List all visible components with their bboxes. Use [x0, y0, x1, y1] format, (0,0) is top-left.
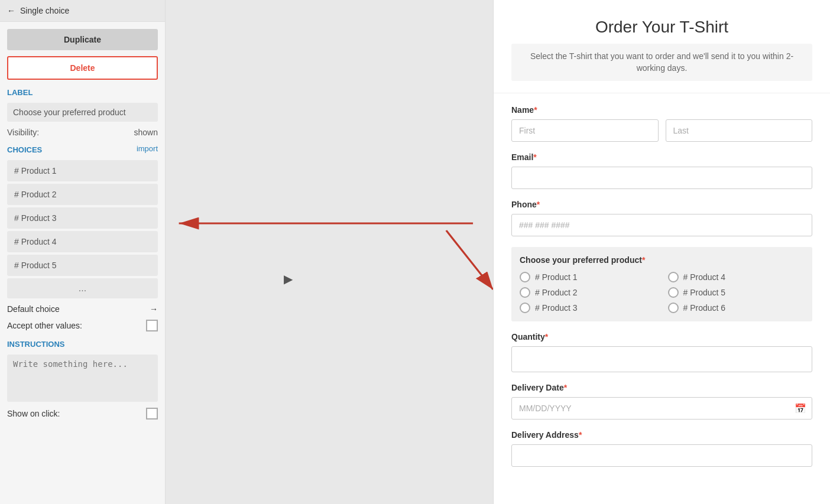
- duplicate-button[interactable]: Duplicate: [7, 29, 158, 50]
- date-input-wrapper: 📅: [511, 397, 812, 420]
- phone-required: *: [537, 200, 540, 209]
- name-field: Name*: [511, 105, 812, 142]
- choice-item-3[interactable]: # Product 3: [7, 207, 158, 229]
- product-radio-grid: # Product 1 # Product 4 # Product 2 # Pr…: [520, 272, 804, 313]
- choices-header: CHOICES import: [7, 143, 158, 154]
- choice-item-2[interactable]: # Product 2: [7, 184, 158, 205]
- choice-item-5[interactable]: # Product 5: [7, 255, 158, 276]
- svg-line-3: [446, 230, 493, 290]
- email-required: *: [533, 152, 536, 162]
- label-section-heading: LABEL: [7, 88, 158, 97]
- email-input[interactable]: [511, 167, 812, 189]
- radio-product-2[interactable]: # Product 2: [520, 287, 656, 298]
- delivery-address-input[interactable]: [511, 444, 812, 467]
- email-label: Email*: [511, 152, 812, 162]
- email-field: Email*: [511, 152, 812, 189]
- delivery-address-field: Delivery Address*: [511, 430, 812, 467]
- radio-product-3[interactable]: # Product 3: [520, 303, 656, 313]
- show-on-click-row: Show on click:: [7, 408, 158, 420]
- radio-product-4[interactable]: # Product 4: [668, 272, 805, 282]
- radio-circle-1: [520, 272, 530, 282]
- delivery-date-input[interactable]: [511, 397, 812, 420]
- radio-circle-5: [668, 287, 679, 298]
- quantity-input[interactable]: [511, 346, 812, 372]
- calendar-icon: 📅: [795, 403, 806, 414]
- middle-area: ▶: [166, 0, 493, 504]
- phone-input[interactable]: [511, 214, 812, 236]
- back-label: Single choice: [20, 6, 69, 15]
- quantity-label: Quantity*: [511, 332, 812, 342]
- form-header: Order Your T-Shirt Select the T-shirt th…: [494, 0, 830, 93]
- more-choices-button[interactable]: ...: [7, 278, 158, 298]
- phone-field: Phone*: [511, 200, 812, 236]
- delivery-address-required: *: [579, 430, 582, 440]
- name-required: *: [534, 105, 537, 115]
- radio-product-1[interactable]: # Product 1: [520, 272, 656, 282]
- quantity-field: Quantity*: [511, 332, 812, 372]
- radio-product-6[interactable]: # Product 6: [668, 303, 805, 313]
- radio-circle-2: [520, 287, 530, 298]
- radio-label-6: # Product 6: [683, 303, 726, 313]
- accept-other-label: Accept other values:: [7, 321, 82, 330]
- accept-other-checkbox[interactable]: [146, 320, 158, 331]
- show-on-click-checkbox[interactable]: [146, 408, 158, 420]
- phone-label: Phone*: [511, 200, 812, 209]
- radio-label-3: # Product 3: [535, 303, 578, 313]
- name-row: [511, 119, 812, 142]
- name-label: Name*: [511, 105, 812, 115]
- radio-label-5: # Product 5: [683, 288, 726, 297]
- choices-list: # Product 1 # Product 2 # Product 3 # Pr…: [7, 160, 158, 298]
- right-panel: Order Your T-Shirt Select the T-shirt th…: [493, 0, 830, 504]
- form-body: Name* Email* Phone* Choose your preferre: [494, 93, 830, 489]
- quantity-required: *: [545, 332, 548, 342]
- cursor-indicator: ▶: [284, 272, 293, 286]
- default-choice-label: Default choice: [7, 304, 60, 314]
- annotation-arrows: [166, 0, 493, 504]
- default-choice-arrow-icon: →: [150, 304, 158, 314]
- visibility-row: Visibility: shown: [7, 128, 158, 137]
- delivery-date-label: Delivery Date*: [511, 383, 812, 392]
- product-choice-section: Choose your preferred product* # Product…: [511, 247, 812, 321]
- product-required: *: [642, 255, 645, 265]
- product-choice-label: Choose your preferred product*: [520, 255, 804, 265]
- visibility-value: shown: [134, 128, 158, 137]
- instructions-textarea[interactable]: [7, 355, 158, 402]
- delivery-date-field: Delivery Date* 📅: [511, 383, 812, 420]
- choice-item-4[interactable]: # Product 4: [7, 231, 158, 252]
- radio-product-5[interactable]: # Product 5: [668, 287, 805, 298]
- delivery-date-required: *: [564, 383, 567, 392]
- back-button[interactable]: ← Single choice: [0, 0, 165, 22]
- delete-button[interactable]: Delete: [7, 56, 158, 80]
- last-name-input[interactable]: [666, 119, 813, 142]
- form-title: Order Your T-Shirt: [511, 18, 812, 37]
- default-choice-row[interactable]: Default choice →: [7, 304, 158, 314]
- label-input[interactable]: [7, 103, 158, 122]
- form-subtitle: Select the T-shirt that you want to orde…: [511, 44, 812, 81]
- import-link[interactable]: import: [137, 144, 158, 153]
- radio-circle-3: [520, 303, 530, 313]
- radio-label-1: # Product 1: [535, 272, 578, 282]
- radio-circle-4: [668, 272, 679, 282]
- first-name-input[interactable]: [511, 119, 659, 142]
- delivery-address-label: Delivery Address*: [511, 430, 812, 440]
- radio-label-4: # Product 4: [683, 272, 726, 282]
- show-on-click-label: Show on click:: [7, 409, 60, 418]
- left-panel: ← Single choice Duplicate Delete LABEL V…: [0, 0, 166, 504]
- visibility-label: Visibility:: [7, 128, 39, 137]
- accept-other-row: Accept other values:: [7, 320, 158, 331]
- radio-circle-6: [668, 303, 679, 313]
- radio-label-2: # Product 2: [535, 288, 578, 297]
- choice-item-1[interactable]: # Product 1: [7, 160, 158, 181]
- back-arrow-icon: ←: [7, 6, 15, 15]
- instructions-section-heading: INSTRUCTIONS: [7, 340, 158, 349]
- choices-section-heading: CHOICES: [7, 145, 42, 154]
- left-content: Duplicate Delete LABEL Visibility: shown…: [0, 22, 165, 427]
